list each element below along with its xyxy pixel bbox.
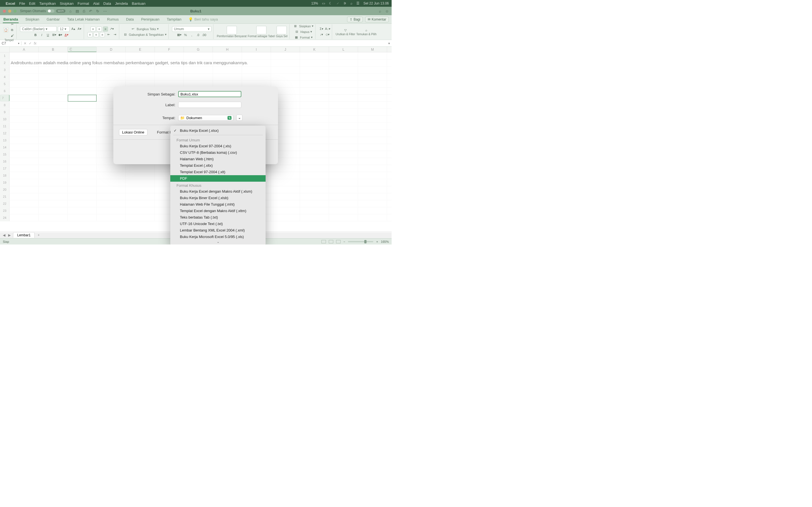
tab-formulas[interactable]: Rumus <box>107 16 119 22</box>
next-sheet-button[interactable]: ▶ <box>8 233 11 237</box>
autosave-control[interactable]: Simpan Otomatis MATI <box>20 9 65 13</box>
increase-font-icon[interactable]: A▴ <box>71 26 76 32</box>
online-location-button[interactable]: Lokasi Online <box>119 129 147 135</box>
tab-insert[interactable]: Sisipkan <box>25 16 40 22</box>
delete-cells-icon[interactable]: ⊟ <box>294 29 299 34</box>
percent-icon[interactable]: % <box>183 33 188 38</box>
format-cells-label[interactable]: Format <box>300 36 310 39</box>
tab-review[interactable]: Peninjauan <box>140 16 160 22</box>
sheet-tab-1[interactable]: Lembar1 <box>13 232 35 238</box>
minimize-window-button[interactable] <box>8 10 11 13</box>
paste-icon[interactable]: 📋 <box>3 27 8 33</box>
format-option-xlsx[interactable]: Buku Kerja Excel (.xlsx) <box>170 127 266 134</box>
wrap-icon[interactable]: ↩ <box>131 26 136 32</box>
font-select[interactable]: Calibri (Badan)▾ <box>20 26 57 32</box>
align-middle-icon[interactable]: ≡ <box>97 26 102 32</box>
save-icon[interactable]: ▤ <box>75 9 79 13</box>
align-left-icon[interactable]: ≡ <box>87 32 93 37</box>
insert-cells-label[interactable]: Sisipkan <box>299 24 311 28</box>
menu-insert[interactable]: Sisipkan <box>60 1 73 6</box>
format-option-utf16-txt[interactable]: UTF-16 Unicode Text (.txt) <box>170 221 266 227</box>
view-page-layout-icon[interactable] <box>329 240 333 243</box>
zoom-level[interactable]: 165% <box>381 240 389 243</box>
menu-window[interactable]: Jendela <box>115 1 128 6</box>
comma-icon[interactable]: , <box>189 33 194 38</box>
cancel-formula-icon[interactable]: ✕ <box>24 41 27 45</box>
menu-edit[interactable]: Edit <box>29 1 35 6</box>
share-button[interactable]: ⇪Bagi <box>347 17 363 22</box>
menu-help[interactable]: Bantuan <box>132 1 146 6</box>
cell-styles-icon[interactable] <box>276 26 287 34</box>
redo-icon[interactable]: ↻ <box>96 9 99 13</box>
wifi-icon[interactable]: ⚞ <box>343 1 347 5</box>
font-size-select[interactable]: 12▾ <box>58 26 70 32</box>
decrease-decimal-icon[interactable]: .00 <box>202 33 207 38</box>
more-icon[interactable]: ⋯ <box>103 9 107 13</box>
view-normal-icon[interactable] <box>321 240 326 243</box>
format-option-xltx[interactable]: Templat Excel (.xltx) <box>170 162 266 169</box>
zoom-out-button[interactable]: − <box>343 240 345 243</box>
location-select[interactable]: 📁 Dokumen ⇅ <box>178 115 234 121</box>
fx-icon[interactable]: fx <box>34 41 36 45</box>
menu-tools[interactable]: Alat <box>93 1 99 6</box>
dropdown-scroll-down-icon[interactable]: ⌄ <box>170 240 266 244</box>
app-name[interactable]: Excel <box>6 1 15 6</box>
format-table-icon[interactable] <box>256 26 266 34</box>
align-top-icon[interactable]: ≡ <box>91 26 96 32</box>
insert-cells-icon[interactable]: ⊞ <box>293 24 298 29</box>
copy-icon[interactable]: ⧉ <box>10 27 15 33</box>
bold-button[interactable]: B <box>33 33 38 38</box>
expand-dialog-button[interactable]: ⌄ <box>236 115 243 121</box>
find-icon[interactable]: ⌕ <box>364 27 369 33</box>
autosum-icon[interactable]: Σ▾ <box>319 26 324 32</box>
menuextra-icon[interactable]: ⟋ <box>336 1 340 5</box>
format-option-xls5[interactable]: Buku Kerja Microsoft Excel 5.0/95 (.xls) <box>170 233 266 240</box>
zoom-window-button[interactable] <box>13 10 17 13</box>
format-option-xlt[interactable]: Templat Excel 97-2004 (.xlt) <box>170 169 266 175</box>
format-option-xml[interactable]: Lembar Bentang XML Excel 2004 (.xml) <box>170 227 266 233</box>
format-option-pdf[interactable]: PDF <box>170 175 266 182</box>
sort-filter-icon[interactable]: ▽ <box>343 27 348 33</box>
format-cells-icon[interactable]: ▦ <box>294 35 299 40</box>
fill-color-button[interactable]: ◆▾ <box>58 33 63 38</box>
cut-icon[interactable]: ✂ <box>10 22 15 27</box>
dnd-icon[interactable]: ☾ <box>329 1 332 5</box>
tags-input[interactable] <box>178 102 241 108</box>
zoom-slider[interactable] <box>348 241 373 242</box>
tab-view[interactable]: Tampilan <box>166 16 182 22</box>
prev-sheet-button[interactable]: ◀ <box>2 233 6 237</box>
decrease-font-icon[interactable]: A▾ <box>77 26 82 32</box>
increase-decimal-icon[interactable]: .0 <box>195 33 200 38</box>
menu-view[interactable]: Tampilkan <box>39 1 56 6</box>
comments-button[interactable]: ✉Komentar <box>365 17 389 22</box>
wrap-label[interactable]: Bungkus Teks <box>137 27 156 31</box>
format-option-htm[interactable]: Halaman Web (.htm) <box>170 156 266 162</box>
view-page-break-icon[interactable] <box>336 240 341 243</box>
clear-icon[interactable]: ◇▾ <box>325 32 330 37</box>
format-option-xls[interactable]: Buku Kerja Excel 97-2004 (.xls) <box>170 143 266 149</box>
menu-format[interactable]: Format <box>78 1 89 6</box>
fill-icon[interactable]: ↓▾ <box>319 32 324 37</box>
format-option-mht[interactable]: Halaman Web File Tunggal (.mht) <box>170 201 266 208</box>
autosave-toggle[interactable] <box>48 9 54 13</box>
name-box[interactable]: C7▾ <box>0 41 21 45</box>
control-center-icon[interactable]: ☰ <box>356 1 359 5</box>
align-center-icon[interactable]: ≡ <box>94 32 99 37</box>
currency-icon[interactable]: ▦▾ <box>177 33 182 38</box>
merge-icon[interactable]: ⊟ <box>123 32 128 37</box>
delete-cells-label[interactable]: Hapus <box>301 30 310 34</box>
orientation-icon[interactable]: ↗▾ <box>109 26 114 32</box>
expand-formula-icon[interactable]: ▾ <box>387 41 392 45</box>
increase-indent-icon[interactable]: ⇥ <box>112 32 117 37</box>
border-button[interactable]: ⊞▾ <box>52 33 57 38</box>
format-option-csv[interactable]: CSV UTF-8 (Berbatas koma) (.csv) <box>170 149 266 156</box>
tell-me-search[interactable]: Beri tahu saya <box>195 17 218 21</box>
format-option-xltm[interactable]: Templat Excel dengan Makro Aktif (.xltm) <box>170 208 266 214</box>
spotlight-icon[interactable]: ⌕ <box>350 1 352 5</box>
undo-icon[interactable]: ↶ <box>89 9 92 13</box>
format-option-xlsb[interactable]: Buku Kerja Biner Excel (.xlsb) <box>170 194 266 201</box>
align-bottom-icon[interactable]: ≡ <box>103 26 108 32</box>
decrease-indent-icon[interactable]: ⇤ <box>106 32 111 37</box>
search-icon[interactable]: ⌕ <box>379 9 381 13</box>
filename-input[interactable] <box>178 91 241 97</box>
